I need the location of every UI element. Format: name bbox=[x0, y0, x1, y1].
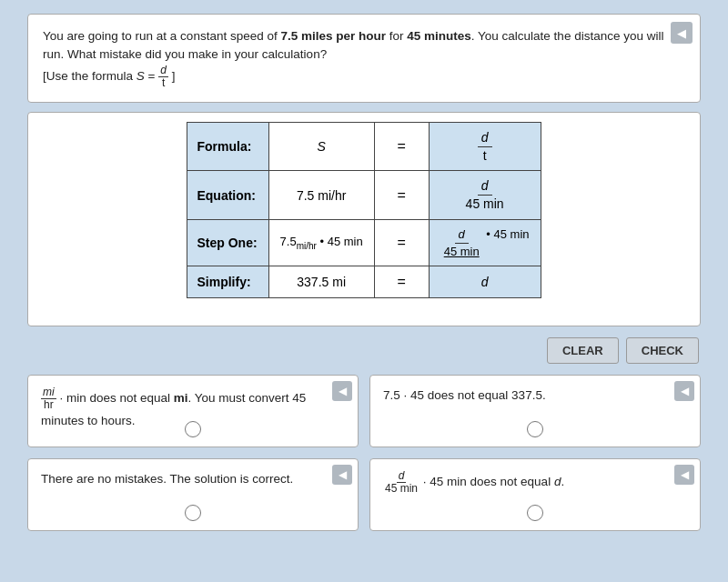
table-row: Simplify: 337.5 mi = d bbox=[187, 266, 541, 298]
option-d-radio[interactable] bbox=[527, 505, 543, 521]
row-eq-simplify: = bbox=[374, 266, 429, 298]
formula-s: S bbox=[136, 69, 145, 83]
row-eq-formula: = bbox=[374, 122, 429, 171]
option-a-radio[interactable] bbox=[185, 421, 201, 437]
speaker-button-option-d[interactable]: ◀ bbox=[674, 465, 694, 485]
row-eq-stepone: = bbox=[374, 220, 429, 266]
row-fraction-formula: d t bbox=[429, 122, 541, 171]
row-label-formula: Formula: bbox=[187, 122, 268, 171]
speaker-button-option-b[interactable]: ◀ bbox=[674, 381, 694, 401]
option-b-radio[interactable] bbox=[527, 421, 543, 437]
option-c-card: ◀ There are no mistakes. The solution is… bbox=[27, 458, 359, 531]
row-fraction-stepone: d 45 min • 45 min bbox=[429, 220, 541, 266]
row-label-equation: Equation: bbox=[187, 171, 268, 220]
table-row: Formula: S = d t bbox=[187, 122, 541, 171]
option-d-fraction: d 45 min bbox=[383, 470, 420, 495]
answer-options-grid: ◀ mi hr · min does not equal mi. You mus… bbox=[18, 375, 710, 531]
check-button[interactable]: CHECK bbox=[626, 337, 699, 364]
option-a-card: ◀ mi hr · min does not equal mi. You mus… bbox=[27, 375, 359, 447]
row-fraction-equation: d 45 min bbox=[429, 171, 541, 220]
row-right-simplify: d bbox=[429, 266, 541, 298]
row-value-simplify: 337.5 mi bbox=[268, 266, 374, 298]
question-text: You are going to run at a constant speed… bbox=[43, 27, 685, 89]
option-c-radio[interactable] bbox=[185, 505, 201, 521]
speaker-button-option-a[interactable]: ◀ bbox=[332, 381, 352, 401]
table-row: Equation: 7.5 mi/hr = d 45 min bbox=[187, 171, 541, 220]
speaker-button-option-c[interactable]: ◀ bbox=[332, 465, 352, 485]
row-label-simplify: Simplify: bbox=[187, 266, 268, 298]
row-eq-equation: = bbox=[374, 171, 429, 220]
clear-button[interactable]: CLEAR bbox=[547, 337, 619, 364]
question-box: ◀ You are going to run at a constant spe… bbox=[27, 14, 701, 103]
option-d-text: d 45 min · 45 min does not equal d. bbox=[383, 470, 687, 495]
option-c-text: There are no mistakes. The solution is c… bbox=[41, 470, 345, 488]
option-b-card: ◀ 7.5 · 45 does not equal 337.5. bbox=[369, 375, 701, 447]
row-value-stepone: 7.5mi/hr • 45 min bbox=[268, 220, 374, 266]
row-label-stepone: Step One: bbox=[187, 220, 268, 266]
math-table-container: Formula: S = d t Equation: 7.5 mi/hr = bbox=[27, 112, 701, 326]
table-row: Step One: 7.5mi/hr • 45 min = d 45 min •… bbox=[187, 220, 541, 266]
time-value: 45 minutes bbox=[407, 29, 471, 43]
option-b-text: 7.5 · 45 does not equal 337.5. bbox=[383, 386, 687, 405]
speed-value: 7.5 miles per hour bbox=[280, 29, 386, 43]
speaker-button-question[interactable]: ◀ bbox=[671, 22, 693, 44]
math-table: Formula: S = d t Equation: 7.5 mi/hr = bbox=[187, 122, 541, 298]
action-buttons: CLEAR CHECK bbox=[18, 337, 710, 364]
option-d-card: ◀ d 45 min · 45 min does not equal d. bbox=[369, 458, 701, 531]
option-a-fraction: mi hr bbox=[41, 386, 56, 411]
formula-fraction: d t bbox=[158, 65, 168, 89]
row-value-formula: S bbox=[268, 122, 374, 171]
row-value-equation: 7.5 mi/hr bbox=[268, 171, 374, 220]
